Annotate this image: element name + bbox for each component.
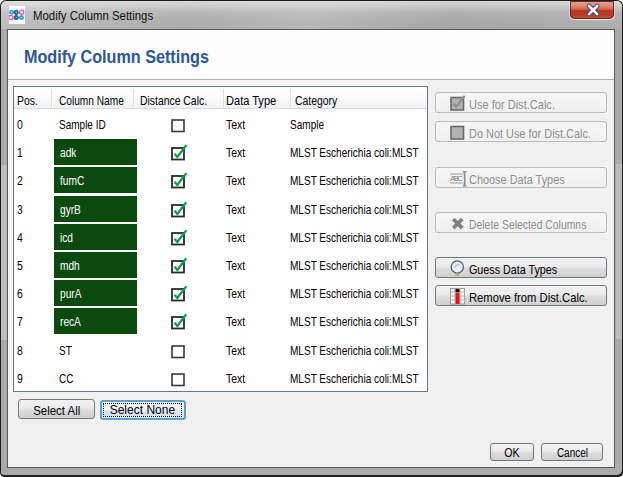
svg-text:ABC: ABC bbox=[450, 174, 463, 183]
